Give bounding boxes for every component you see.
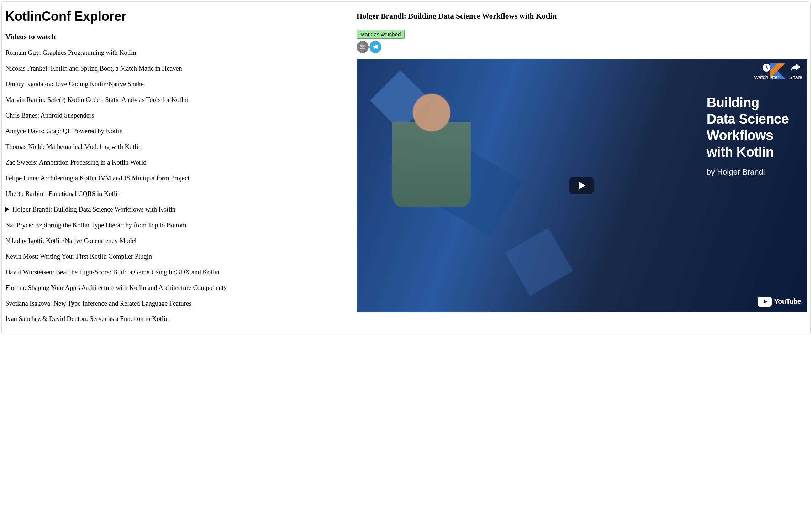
video-list-item[interactable]: Romain Guy: Graphics Programming with Ko… [5, 48, 349, 57]
video-item-title: Zac Sweers: Annotation Processing in a K… [5, 159, 146, 166]
now-playing-icon [5, 207, 9, 212]
video-list-item[interactable]: Dmitry Kandalov: Live Coding Kotlin/Nati… [5, 80, 349, 89]
play-button[interactable] [569, 177, 594, 194]
share-row [357, 41, 807, 53]
video-list-item[interactable]: Chris Banes: Android Suspenders [5, 111, 349, 120]
share-email-button[interactable] [357, 41, 369, 53]
video-item-title: Nikolay Igotti: Kotlin/Native Concurrenc… [5, 237, 137, 244]
share-telegram-button[interactable] [369, 41, 381, 53]
video-item-title: Dmitry Kandalov: Live Coding Kotlin/Nati… [5, 80, 144, 88]
video-player[interactable]: Building Data Science Workflows with Kot… [357, 59, 807, 312]
video-item-title: Chris Banes: Android Suspenders [5, 112, 94, 119]
video-item-title: Florina: Shaping Your App's Architecture… [5, 284, 226, 291]
youtube-logo[interactable]: YouTube [758, 297, 801, 307]
video-item-title: Uberto Barbini: Functional CQRS in Kotli… [5, 190, 121, 197]
video-item-title: Nat Pryce: Exploring the Kotlin Type Hie… [5, 222, 186, 229]
play-icon [579, 182, 585, 189]
thumb-title-line: Building [707, 94, 789, 111]
video-list-item[interactable]: David Wursteisen: Beat the High-Score: B… [5, 268, 349, 277]
video-list-item[interactable]: Nikolay Igotti: Kotlin/Native Concurrenc… [5, 236, 349, 245]
videos-heading: Videos to watch [5, 32, 349, 41]
share-button[interactable]: Share [789, 62, 802, 80]
video-list-item[interactable]: Uberto Barbini: Functional CQRS in Kotli… [5, 189, 349, 198]
mark-watched-button[interactable]: Mark as watched [357, 30, 405, 39]
thumb-title-line: Workflows [707, 127, 789, 144]
video-list: Romain Guy: Graphics Programming with Ko… [5, 48, 349, 323]
video-list-item[interactable]: Svetlana Isakova: New Type Inference and… [5, 299, 349, 308]
video-item-title: Holger Brandl: Building Data Science Wor… [12, 206, 175, 213]
video-list-item[interactable]: Ivan Sanchez & David Denton: Server as a… [5, 314, 349, 323]
watch-later-label: Watch later [754, 74, 779, 80]
email-icon [359, 44, 366, 50]
clock-icon [762, 63, 771, 72]
detail-title: Holger Brandl: Building Data Science Wor… [357, 12, 807, 21]
share-label: Share [789, 74, 802, 80]
video-list-item[interactable]: Zac Sweers: Annotation Processing in a K… [5, 158, 349, 167]
app-title: KotlinConf Explorer [5, 9, 349, 24]
app-frame: KotlinConf Explorer Videos to watch Roma… [1, 1, 811, 334]
video-item-title: Nicolas Frankel: Kotlin and Spring Boot,… [5, 65, 182, 72]
thumb-title-line: with Kotlin [707, 144, 789, 160]
video-list-item[interactable]: Florina: Shaping Your App's Architecture… [5, 283, 349, 292]
video-item-title: Thomas Nield: Mathematical Modeling with… [5, 143, 142, 150]
video-list-item[interactable]: Nicolas Frankel: Kotlin and Spring Boot,… [5, 64, 349, 73]
video-list-item[interactable]: Thomas Nield: Mathematical Modeling with… [5, 142, 349, 151]
video-list-item[interactable]: Annyce Davis: GraphQL Powered by Kotlin [5, 127, 349, 136]
thumb-title-line: Data Science [707, 111, 789, 127]
video-list-item[interactable]: Nat Pryce: Exploring the Kotlin Type Hie… [5, 221, 349, 230]
telegram-icon [372, 43, 379, 51]
video-item-title: Kevin Most: Writing Your First Kotlin Co… [5, 253, 152, 260]
video-list-item[interactable]: Kevin Most: Writing Your First Kotlin Co… [5, 252, 349, 261]
share-arrow-icon [791, 64, 801, 72]
thumb-byline: by Holger Brandl [707, 167, 789, 177]
youtube-icon [758, 297, 772, 307]
video-item-title: Felipe Lima: Architecting a Kotlin JVM a… [5, 175, 189, 182]
video-item-title: Marvin Ramin: Safe(r) Kotlin Code - Stat… [5, 96, 188, 103]
youtube-label: YouTube [774, 297, 801, 306]
video-item-title: Romain Guy: Graphics Programming with Ko… [5, 49, 136, 56]
video-item-title: Svetlana Isakova: New Type Inference and… [5, 300, 191, 307]
watch-later-button[interactable]: Watch later [754, 62, 779, 80]
left-panel: KotlinConf Explorer Videos to watch Roma… [2, 2, 349, 334]
video-list-item[interactable]: Marvin Ramin: Safe(r) Kotlin Code - Stat… [5, 95, 349, 104]
speaker-figure [392, 89, 471, 207]
video-item-title: Ivan Sanchez & David Denton: Server as a… [5, 315, 169, 322]
right-panel: Holger Brandl: Building Data Science Wor… [349, 2, 810, 334]
video-list-item[interactable]: Felipe Lima: Architecting a Kotlin JVM a… [5, 174, 349, 183]
video-item-title: Annyce Davis: GraphQL Powered by Kotlin [5, 128, 123, 135]
video-list-item[interactable]: Holger Brandl: Building Data Science Wor… [5, 205, 349, 214]
video-item-title: David Wursteisen: Beat the High-Score: B… [5, 269, 220, 276]
thumbnail-text: Building Data Science Workflows with Kot… [707, 94, 789, 177]
youtube-top-controls: Watch later Share [754, 62, 802, 80]
decoration [505, 228, 573, 296]
